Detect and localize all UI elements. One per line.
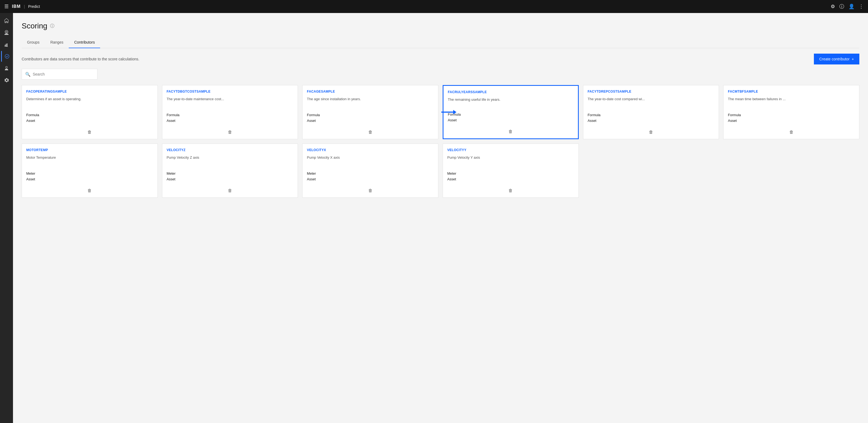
plus-icon: + [852,57,854,61]
main-content: Scoring ⓘ Groups Ranges Contributors Con… [13,13,868,423]
delete-icon[interactable]: 🗑 [228,188,232,193]
card-title: FACOPERATINGSAMPLE [26,90,153,93]
card-field1: Formula [448,112,574,116]
tabs-bar: Groups Ranges Contributors [22,37,859,48]
card-field1: Meter [307,171,434,175]
search-input[interactable] [33,72,94,76]
sidebar-item-scoring[interactable] [1,51,12,62]
description-row: Contributors are data sources that contr… [22,54,859,64]
card-field1: Meter [447,171,574,175]
page-title: Scoring [22,22,48,30]
card-velocityx[interactable]: VELOCITYX Pump Velocity X axis Meter Ass… [302,143,438,198]
sidebar-item-analytics[interactable] [1,39,12,50]
tab-groups[interactable]: Groups [22,37,45,48]
create-contributor-button[interactable]: Create contributor + [814,54,859,64]
card-delete: 🗑 [26,128,153,135]
sidebar [0,13,13,423]
card-description: Determines if an asset is operating. [26,97,153,110]
card-field2: Asset [448,118,574,122]
delete-icon[interactable]: 🗑 [368,130,373,135]
card-field1: Meter [167,171,293,175]
card-field1: Meter [26,171,153,175]
card-title: FACYTDBGTCOSTSAMPLE [167,90,293,93]
nav-icons: ⚙ ⓘ 👤 ⋮ [831,3,864,10]
card-title: FACRULYEARSSAMPLE [448,90,574,94]
tab-ranges[interactable]: Ranges [45,37,69,48]
top-navigation: ☰ IBM | Predict ⚙ ⓘ 👤 ⋮ [0,0,868,13]
delete-icon[interactable]: 🗑 [368,188,373,193]
nav-divider: | [24,4,25,9]
card-facrulyearssample[interactable]: FACRULYEARSSAMPLE The remaining useful l… [443,85,579,139]
sidebar-item-users[interactable] [1,63,12,74]
card-title: FACYTDREPCOSTSAMPLE [588,90,715,93]
card-facytdrepcostsample[interactable]: FACYTDREPCOSTSAMPLE The year-to-date cos… [583,85,719,139]
card-facoperatingsample[interactable]: FACOPERATINGSAMPLE Determines if an asse… [22,85,158,139]
tab-contributors[interactable]: Contributors [69,37,100,48]
card-description: The age since installation in years. [307,97,434,110]
sidebar-item-location[interactable] [1,27,12,38]
card-facytdbgtcostsample[interactable]: FACYTDBGTCOSTSAMPLE The year-to-date mai… [162,85,298,139]
card-delete: 🗑 [447,186,574,193]
delete-icon[interactable]: 🗑 [508,129,513,134]
card-field2: Asset [447,177,574,181]
card-field2: Asset [307,119,434,123]
delete-icon[interactable]: 🗑 [649,130,653,135]
search-row: 🔍 [22,69,859,80]
page-title-row: Scoring ⓘ [22,22,859,30]
card-motortemp[interactable]: MOTORTEMP Motor Temperature Meter Asset … [22,143,158,198]
card-description: The mean time between failures in ... [728,97,855,110]
card-field1: Formula [307,113,434,117]
app-name: Predict [28,4,40,9]
card-description: Pump Velocity Z axis [167,155,293,169]
settings-icon[interactable]: ⚙ [831,3,835,9]
help-icon[interactable]: ⓘ [839,3,844,10]
card-description: Pump Velocity Y axis [447,155,574,169]
card-delete: 🗑 [588,128,715,135]
delete-icon[interactable]: 🗑 [87,188,92,193]
card-velocityy[interactable]: VELOCITYY Pump Velocity Y axis Meter Ass… [443,143,579,198]
card-delete: 🗑 [307,186,434,193]
search-box: 🔍 [22,69,97,80]
card-facagesample[interactable]: FACAGESAMPLE The age since installation … [302,85,438,139]
menu-icon[interactable]: ☰ [4,3,9,9]
delete-icon[interactable]: 🗑 [789,130,794,135]
delete-icon[interactable]: 🗑 [508,188,513,193]
card-title: VELOCITYY [447,148,574,152]
info-icon[interactable]: ⓘ [50,23,54,29]
card-velocityz[interactable]: VELOCITYZ Pump Velocity Z axis Meter Ass… [162,143,298,198]
card-delete: 🗑 [26,186,153,193]
card-title: VELOCITYZ [167,148,293,152]
card-description: The year-to-date maintenance cost... [167,97,293,110]
card-field2: Asset [588,119,715,123]
card-delete: 🗑 [167,128,293,135]
user-icon[interactable]: 👤 [848,3,855,9]
cards-grid-row2: MOTORTEMP Motor Temperature Meter Asset … [22,143,859,198]
brand: IBM | Predict [12,4,40,9]
cards-grid-row1: FACOPERATINGSAMPLE Determines if an asse… [22,85,859,139]
card-description: Motor Temperature [26,155,153,169]
apps-icon[interactable]: ⋮ [859,3,864,9]
card-field2: Asset [307,177,434,181]
card-title: FACMTBFSAMPLE [728,90,855,93]
card-field1: Formula [26,113,153,117]
card-description: Pump Velocity X axis [307,155,434,169]
card-description: The year-to-date cost compared wi... [588,97,715,110]
card-delete: 🗑 [448,127,574,134]
card-field1: Formula [728,113,855,117]
card-delete: 🗑 [728,128,855,135]
card-field2: Asset [167,119,293,123]
card-facmtbfsample[interactable]: FACMTBFSAMPLE The mean time between fail… [723,85,859,139]
delete-icon[interactable]: 🗑 [228,130,232,135]
card-field2: Asset [167,177,293,181]
card-field2: Asset [728,119,855,123]
ibm-logo: IBM [12,4,21,9]
card-delete: 🗑 [307,128,434,135]
card-title: VELOCITYX [307,148,434,152]
card-title: FACAGESAMPLE [307,90,434,93]
sidebar-item-settings[interactable] [1,75,12,86]
card-title: MOTORTEMP [26,148,153,152]
delete-icon[interactable]: 🗑 [87,130,92,135]
card-field2: Asset [26,177,153,181]
search-icon: 🔍 [25,72,31,77]
sidebar-item-home[interactable] [1,15,12,26]
